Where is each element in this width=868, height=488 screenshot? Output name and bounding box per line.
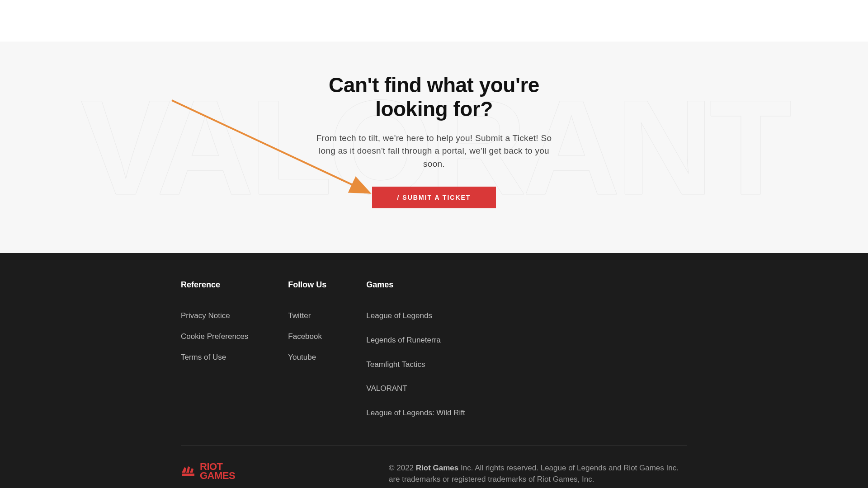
footer: Reference Privacy Notice Cookie Preferen… <box>0 253 868 488</box>
hero-section: VALORANT Can't find what you're looking … <box>0 42 868 253</box>
footer-link-league-of-legends[interactable]: League of Legends <box>366 310 465 321</box>
top-whitespace <box>0 0 868 42</box>
footer-col-follow-us: Follow Us Twitter Facebook Youtube <box>288 280 326 432</box>
footer-col-title: Games <box>366 280 465 290</box>
copyright-text: © 2022 Riot Games Inc. All rights reserv… <box>389 462 687 485</box>
footer-bottom: RIOT GAMES © 2022 Riot Games Inc. All ri… <box>181 446 687 485</box>
footer-link-youtube[interactable]: Youtube <box>288 352 326 363</box>
footer-link-cookie-preferences[interactable]: Cookie Preferences <box>181 331 248 342</box>
riot-games-logo[interactable]: RIOT GAMES <box>181 462 235 480</box>
hero-title: Can't find what you're looking for? <box>312 73 556 121</box>
footer-col-title: Follow Us <box>288 280 326 290</box>
footer-link-facebook[interactable]: Facebook <box>288 331 326 342</box>
riot-fist-icon <box>181 465 196 478</box>
footer-col-title: Reference <box>181 280 248 290</box>
footer-link-terms-of-use[interactable]: Terms of Use <box>181 352 248 363</box>
submit-ticket-button[interactable]: / SUBMIT A TICKET <box>372 187 496 208</box>
copyright-brand: Riot Games <box>416 464 458 472</box>
footer-link-twitter[interactable]: Twitter <box>288 310 326 321</box>
riot-logo-line2: GAMES <box>200 471 235 480</box>
hero-subtitle: From tech to tilt, we're here to help yo… <box>307 132 561 171</box>
footer-columns: Reference Privacy Notice Cookie Preferen… <box>181 280 687 432</box>
footer-link-teamfight-tactics[interactable]: Teamfight Tactics <box>366 359 465 370</box>
footer-link-valorant[interactable]: VALORANT <box>366 383 465 394</box>
footer-link-legends-of-runeterra[interactable]: Legends of Runeterra <box>366 335 465 346</box>
footer-link-privacy-notice[interactable]: Privacy Notice <box>181 310 248 321</box>
copyright-prefix: © 2022 <box>389 464 416 472</box>
footer-col-games: Games League of Legends Legends of Runet… <box>366 280 465 432</box>
footer-link-wild-rift[interactable]: League of Legends: Wild Rift <box>366 408 465 418</box>
riot-logo-text: RIOT GAMES <box>200 462 235 480</box>
footer-col-reference: Reference Privacy Notice Cookie Preferen… <box>181 280 248 432</box>
